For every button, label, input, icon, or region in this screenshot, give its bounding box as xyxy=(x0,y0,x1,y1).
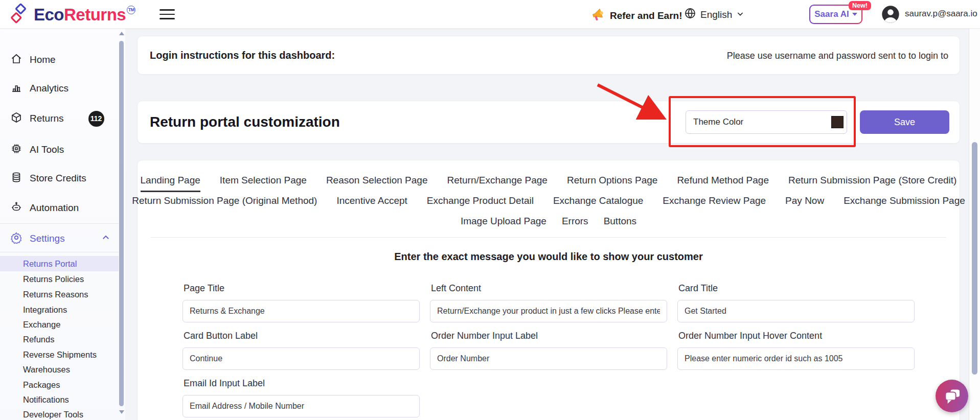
tab-row-1: Landing Page Item Selection Page Reason … xyxy=(138,175,960,195)
field-label: Email Id Input Label xyxy=(184,378,420,389)
card-title-input[interactable] xyxy=(677,300,915,322)
save-button[interactable]: Save xyxy=(860,110,949,134)
tab-refund-method-page[interactable]: Refund Method Page xyxy=(677,175,769,191)
landing-page-settings-card: Landing Page Item Selection Page Reason … xyxy=(137,160,960,420)
theme-color-swatch[interactable] xyxy=(831,116,844,128)
card-button-label-input[interactable] xyxy=(183,347,420,370)
sidebar-item-label: Automation xyxy=(30,202,79,214)
login-instructions-title: Login instructions for this dashboard: xyxy=(150,50,335,61)
tab-return-exchange-page[interactable]: Return/Exchange Page xyxy=(447,175,547,191)
sidebar-item-exchange[interactable]: Exchange xyxy=(0,317,119,332)
chip-icon xyxy=(10,143,22,157)
field-label: Left Content xyxy=(431,283,667,294)
sidebar-item-reverse-shipments[interactable]: Reverse Shipments xyxy=(0,347,119,362)
tab-row-2: Return Submission Page (Original Method)… xyxy=(138,195,960,216)
page-title-input[interactable] xyxy=(183,300,420,322)
email-id-label-input[interactable] xyxy=(183,395,420,417)
sidebar-item-integrations[interactable]: Integrations xyxy=(0,302,119,317)
field-left-content: Left Content xyxy=(430,275,667,322)
tab-exchange-product-detail[interactable]: Exchange Product Detail xyxy=(427,195,534,211)
tab-image-upload-page[interactable]: Image Upload Page xyxy=(461,216,546,231)
field-label: Card Title xyxy=(678,283,915,294)
chevron-down-icon xyxy=(736,9,744,20)
login-instructions-card: Login instructions for this dashboard: P… xyxy=(137,36,960,75)
order-number-label-input[interactable] xyxy=(430,347,667,370)
sidebar-item-refunds[interactable]: Refunds xyxy=(0,332,119,347)
chat-bubbles-icon xyxy=(942,386,962,406)
tab-exchange-submission-page[interactable]: Exchange Submission Page xyxy=(844,195,965,211)
divider xyxy=(0,252,119,252)
sidebar-item-store-credits[interactable]: Store Credits xyxy=(0,170,119,186)
home-icon xyxy=(10,53,22,67)
sidebar-item-developer-tools[interactable]: Developer Tools xyxy=(0,407,119,420)
trademark-mark: TM xyxy=(127,6,135,14)
sidebar-scroll-up-arrow[interactable] xyxy=(119,32,124,35)
refer-and-earn-label: Refer and Earn! xyxy=(610,10,682,21)
tab-incentive-accept[interactable]: Incentive Accept xyxy=(336,195,407,211)
chat-widget-button[interactable] xyxy=(936,380,968,412)
hamburger-menu-icon[interactable] xyxy=(159,9,175,19)
sidebar-scrollbar[interactable] xyxy=(119,41,124,406)
tab-exchange-catalogue[interactable]: Exchange Catalogue xyxy=(553,195,643,211)
theme-color-picker[interactable]: Theme Color xyxy=(686,110,847,134)
sidebar-item-packages[interactable]: Packages xyxy=(0,377,119,392)
brand-eco: Eco xyxy=(34,5,64,24)
tab-row-3: Image Upload Page Errors Buttons xyxy=(138,216,960,234)
field-order-number-input-label: Order Number Input Label xyxy=(430,322,667,370)
left-content-input[interactable] xyxy=(430,300,667,322)
user-avatar[interactable] xyxy=(880,4,901,25)
sidebar-item-automation[interactable]: Automation xyxy=(0,200,119,216)
sidebar-item-returns-reasons[interactable]: Returns Reasons xyxy=(0,287,119,302)
page-title: Return portal customization xyxy=(150,114,340,130)
sidebar-item-label: Settings xyxy=(30,233,65,244)
tab-return-submission-store-credit[interactable]: Return Submission Page (Store Credit) xyxy=(788,175,956,191)
globe-icon xyxy=(684,7,696,22)
sidebar-item-warehouses[interactable]: Warehouses xyxy=(0,362,119,377)
brand-logo-icon xyxy=(8,3,30,27)
brand-logo[interactable]: EcoReturnsTM xyxy=(8,3,135,27)
chevron-up-icon xyxy=(101,233,110,245)
sidebar-item-analytics[interactable]: Analytics xyxy=(0,80,119,97)
top-bar: EcoReturnsTM Refer and Earn! xyxy=(0,0,980,29)
sidebar-item-returns-policies[interactable]: Returns Policies xyxy=(0,271,119,287)
sidebar-item-label: Home xyxy=(30,54,56,65)
tab-buttons[interactable]: Buttons xyxy=(604,216,636,231)
sidebar-item-returns-portal[interactable]: Returns Portal xyxy=(0,256,119,271)
tab-reason-selection-page[interactable]: Reason Selection Page xyxy=(326,175,428,191)
tab-exchange-review-page[interactable]: Exchange Review Page xyxy=(663,195,766,211)
divider xyxy=(0,223,119,224)
message-form: Page Title Left Content Card Title Card … xyxy=(183,275,915,417)
tab-return-options-page[interactable]: Return Options Page xyxy=(567,175,657,191)
sidebar-item-notifications[interactable]: Notifications xyxy=(0,392,119,407)
field-page-title: Page Title xyxy=(183,275,420,322)
brand-name: EcoReturnsTM xyxy=(34,5,135,25)
field-label: Order Number Input Hover Content xyxy=(678,331,915,341)
tab-errors[interactable]: Errors xyxy=(562,216,588,231)
tab-item-selection-page[interactable]: Item Selection Page xyxy=(220,175,307,191)
field-card-button-label: Card Button Label xyxy=(183,322,420,370)
sidebar: Home Analytics Returns 112 AI Tools Stor… xyxy=(0,28,125,420)
sidebar-item-label: AI Tools xyxy=(30,144,64,155)
language-label: English xyxy=(700,9,732,20)
tab-pay-now[interactable]: Pay Now xyxy=(785,195,824,211)
sidebar-scroll-down-arrow[interactable] xyxy=(119,410,124,414)
new-badge: New! xyxy=(849,1,871,10)
main-scrollbar[interactable] xyxy=(972,142,977,375)
sidebar-item-returns[interactable]: Returns 112 xyxy=(0,110,119,127)
robot-icon xyxy=(10,201,22,216)
tab-return-submission-original-method[interactable]: Return Submission Page (Original Method) xyxy=(132,195,317,211)
sidebar-item-settings[interactable]: Settings xyxy=(0,230,119,247)
theme-color-label: Theme Color xyxy=(693,117,743,127)
order-number-hover-input[interactable] xyxy=(677,347,915,370)
user-email[interactable]: saurav.p@saara.io xyxy=(905,9,977,19)
sidebar-item-home[interactable]: Home xyxy=(0,52,119,68)
sidebar-item-label: Store Credits xyxy=(30,173,86,184)
field-label: Card Button Label xyxy=(184,331,420,341)
tab-landing-page[interactable]: Landing Page xyxy=(141,175,200,192)
refer-and-earn-link[interactable]: Refer and Earn! xyxy=(590,7,682,25)
field-label: Order Number Input Label xyxy=(431,331,667,341)
login-instructions-note: Please use username and password sent to… xyxy=(727,51,948,61)
language-selector[interactable]: English xyxy=(684,7,744,22)
sidebar-item-ai-tools[interactable]: AI Tools xyxy=(0,142,119,158)
divider xyxy=(151,237,946,238)
